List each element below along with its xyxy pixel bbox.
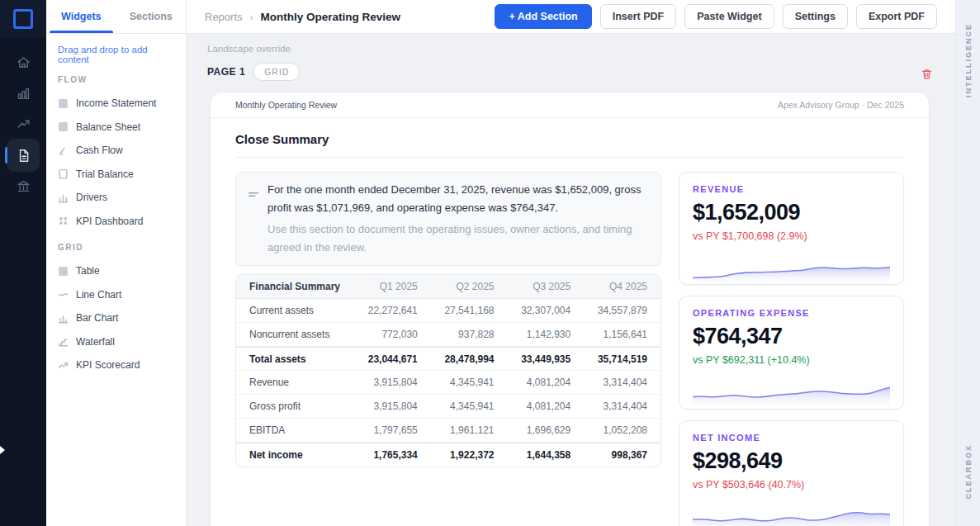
widget-trial-balance[interactable]: Trial Balance	[58, 163, 178, 187]
top-header: Reports›Monthly Operating Review + Add S…	[187, 0, 955, 34]
table-row: Gross profit 3,915,804 4,345,941 4,081,2…	[236, 395, 660, 419]
app-logo[interactable]	[0, 0, 46, 37]
square-icon	[58, 266, 69, 277]
trash-icon	[921, 68, 933, 80]
report-header-meta: Apex Advisory Group · Dec 2025	[778, 100, 904, 110]
tab-sections[interactable]: Sections	[116, 0, 187, 33]
widget-bar-chart[interactable]: Bar Chart	[58, 306, 178, 330]
paste-widget-button[interactable]: Paste Widget	[684, 4, 774, 29]
landscape-override-label: Landscape override	[207, 44, 291, 54]
widget-waterfall[interactable]: Waterfall	[58, 330, 178, 354]
trend-icon	[16, 116, 31, 132]
widget-label: Bar Chart	[76, 312, 118, 324]
cell: 937,828	[431, 323, 508, 347]
steps-icon	[58, 336, 69, 347]
cell: 1,052,208	[584, 419, 660, 443]
table-row-total: Net income 1,765,334 1,922,372 1,644,358…	[236, 443, 660, 467]
column-header: Q1 2025	[354, 275, 431, 299]
settings-button[interactable]: Settings	[783, 4, 848, 29]
report-page[interactable]: Monthly Operating Review Apex Advisory G…	[211, 92, 929, 526]
cell: 4,345,941	[431, 395, 508, 419]
tab-widgets[interactable]: Widgets	[46, 0, 116, 33]
brand-text-bottom: CLEARBOX	[961, 444, 976, 500]
column-header: Q3 2025	[508, 275, 585, 299]
rail-item-performance[interactable]	[7, 107, 40, 140]
widget-kpi-dashboard[interactable]: KPI Dashboard	[58, 210, 178, 234]
cell: 1,922,372	[431, 443, 508, 467]
kpi-card-revenue[interactable]: REVENUE $1,652,009 vs PY $1,700,698 (2.9…	[679, 172, 904, 285]
rail-item-analytics[interactable]	[7, 77, 40, 110]
insert-pdf-button[interactable]: Insert PDF	[600, 4, 677, 29]
kpi-compare: vs PY $503,646 (40.7%)	[693, 479, 890, 490]
widget-label: Income Statement	[76, 97, 156, 109]
kpi-compare: vs PY $692,311 (+10.4%)	[693, 354, 890, 366]
summary-note-widget[interactable]: For the one month ended December 31, 202…	[235, 172, 661, 266]
summary-main-text: For the one month ended December 31, 202…	[267, 181, 646, 217]
outline-square-icon	[58, 168, 69, 179]
grid-mode-chip[interactable]: GRID	[253, 63, 300, 81]
cell: 27,541,168	[431, 299, 508, 323]
widget-label: Trial Balance	[76, 168, 134, 180]
cell: 1,961,121	[431, 419, 508, 443]
kpi-card-operating-expense[interactable]: OPERATING EXPENSE $764,347 vs PY $692,31…	[679, 296, 904, 410]
financial-summary-table[interactable]: Financial Summary Q1 2025 Q2 2025 Q3 202…	[235, 274, 661, 467]
widget-income-statement[interactable]: Income Statement	[58, 92, 178, 116]
rail-item-reports[interactable]	[7, 139, 40, 172]
group-label-grid: GRID	[58, 243, 178, 252]
cell: 1,696,629	[508, 419, 585, 443]
bar-chart-icon	[16, 86, 31, 102]
panel-collapse-arrow[interactable]	[0, 446, 5, 454]
square-icon	[58, 98, 69, 109]
widget-balance-sheet[interactable]: Balance Sheet	[58, 116, 178, 140]
drag-drop-hint: Drag and drop to add content	[58, 45, 178, 64]
cell: 35,714,519	[584, 347, 660, 371]
cell: 4,081,204	[508, 371, 585, 395]
cell: 4,345,941	[431, 371, 508, 395]
widget-cash-flow[interactable]: Cash Flow	[58, 139, 178, 163]
row-label: Noncurrent assets	[236, 323, 354, 347]
kpi-value: $764,347	[693, 324, 890, 349]
cell: 4,081,204	[508, 395, 585, 419]
kpi-card-net-income[interactable]: NET INCOME $298,649 vs PY $503,646 (40.7…	[679, 420, 904, 526]
kpi-value: $298,649	[693, 448, 890, 474]
table-title: Financial Summary	[236, 275, 354, 299]
editor-canvas: Landscape override PAGE 1 GRID Monthly O…	[187, 34, 955, 526]
cell: 32,307,004	[508, 299, 585, 323]
cell: 3,915,804	[354, 395, 431, 419]
widget-drivers[interactable]: Drivers	[58, 186, 178, 210]
cell: 1,797,655	[354, 419, 431, 443]
breadcrumb-reports[interactable]: Reports	[205, 11, 243, 23]
chevron-right-icon: ›	[250, 12, 253, 23]
sparkline-chart	[693, 373, 890, 410]
sparkline-chart	[693, 498, 890, 526]
row-label: Current assets	[236, 299, 354, 323]
column-header: Q2 2025	[431, 275, 508, 299]
table-row: Revenue 3,915,804 4,345,941 4,081,204 3,…	[236, 371, 660, 395]
widget-label: Waterfall	[76, 336, 115, 348]
logo-icon	[13, 9, 33, 29]
cell: 33,449,935	[508, 347, 585, 371]
page-title: Monthly Operating Review	[261, 11, 401, 23]
square-icon	[58, 121, 69, 132]
widget-label: KPI Scorecard	[76, 359, 140, 371]
cell: 1,644,358	[508, 443, 585, 467]
rail-item-entities[interactable]	[7, 169, 40, 202]
widget-kpi-scorecard[interactable]: KPI Scorecard	[58, 353, 178, 377]
row-label: Net income	[236, 443, 354, 467]
table-row: Current assets 22,272,641 27,541,168 32,…	[236, 299, 660, 323]
trend-icon	[58, 360, 69, 371]
row-label: EBITDA	[236, 419, 354, 443]
delete-page-button[interactable]	[918, 67, 935, 83]
widget-table[interactable]: Table	[58, 259, 178, 283]
add-section-button[interactable]: + Add Section	[495, 4, 591, 29]
widget-label: Cash Flow	[76, 145, 123, 156]
section-title: Close Summary	[235, 132, 904, 146]
export-pdf-button[interactable]: Export PDF	[856, 4, 937, 29]
rail-item-home[interactable]	[7, 45, 40, 78]
cash-flow-icon	[58, 145, 69, 156]
grid-dots-icon	[58, 216, 69, 226]
breadcrumb: Reports›Monthly Operating Review	[205, 9, 400, 24]
kpi-compare: vs PY $1,700,698 (2.9%)	[693, 230, 890, 242]
widget-line-chart[interactable]: Line Chart	[58, 283, 178, 307]
brand-text-top: INTELLIGENCE	[961, 23, 976, 97]
